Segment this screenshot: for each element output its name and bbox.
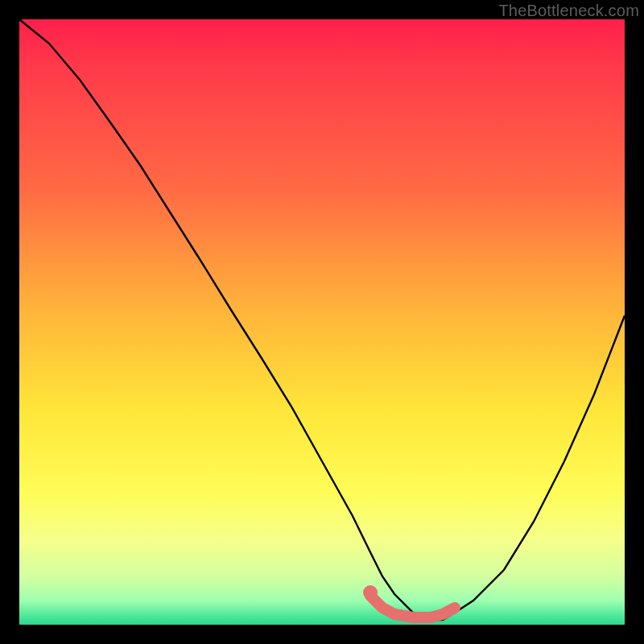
optimal-zone-marker xyxy=(370,596,455,617)
chart-frame: TheBottleneck.com xyxy=(0,0,644,644)
chart-plot-area xyxy=(19,19,625,625)
bottleneck-curve xyxy=(19,19,625,620)
watermark-text: TheBottleneck.com xyxy=(498,2,639,20)
chart-svg xyxy=(19,19,625,625)
optimal-zone-start-dot xyxy=(363,585,378,600)
